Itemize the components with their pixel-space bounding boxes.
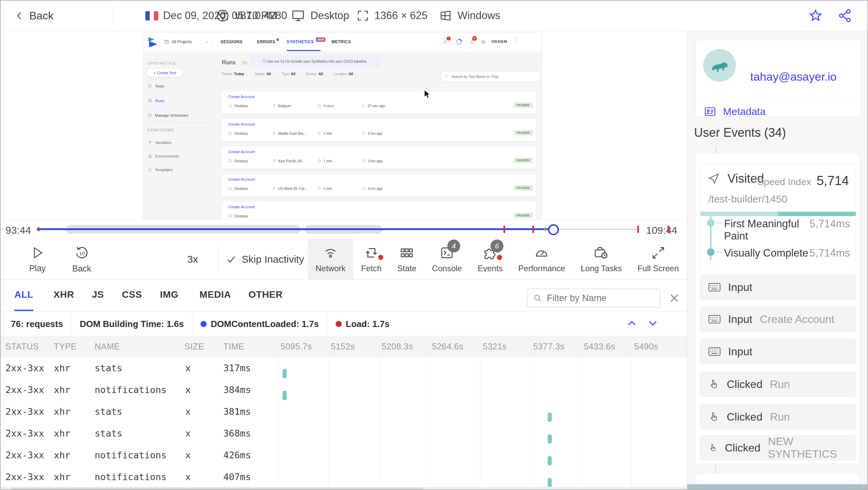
event-marker[interactable]: [668, 226, 669, 233]
table-row[interactable]: 2xx-3xxxhr statsx 368ms: [1, 422, 687, 444]
net-tab-img[interactable]: IMG: [160, 279, 178, 311]
back-10-button[interactable]: 10 Back: [61, 239, 102, 279]
sidebar-divider: [146, 122, 213, 122]
dom-content-loaded: DOMContentLoaded: 1.7s: [211, 319, 319, 329]
table-row[interactable]: 2xx-3xxxhr notificationsx 384ms: [1, 379, 687, 401]
time-col: 5321s: [483, 342, 507, 352]
tool-events[interactable]: 6 Events: [470, 239, 510, 279]
monitor-icon: [228, 104, 232, 108]
net-tab-css[interactable]: CSS: [122, 279, 142, 311]
visited-event-card[interactable]: Visited Speed Index 5,714 /test-builder/…: [700, 164, 856, 270]
table-row[interactable]: 2xx-3xxxhr statsx 317ms: [1, 357, 687, 379]
tool-performance[interactable]: Performance: [511, 239, 573, 279]
favorite-button[interactable]: [808, 1, 823, 31]
share-button[interactable]: [837, 1, 853, 31]
play-button[interactable]: Play: [17, 239, 58, 279]
horizontal-scrollbar[interactable]: [1, 487, 687, 490]
event-marker[interactable]: [637, 226, 639, 233]
app-logo: [147, 36, 159, 48]
tool-network[interactable]: Network: [308, 239, 353, 279]
load-dot: [336, 321, 342, 327]
table-row[interactable]: 2xx-3xxxhr notificationsx 407ms: [1, 466, 687, 487]
request-timing-mark: [283, 391, 287, 400]
user-card: tahay@asayer.io Metadata: [695, 40, 861, 117]
tool-full-screen[interactable]: Full Screen: [630, 239, 687, 279]
scrollbar-thumb[interactable]: [11, 488, 423, 490]
screen-size-icon: [356, 9, 370, 22]
sidebar-item-environments: Environments: [148, 154, 179, 158]
time-col: 5152s: [331, 342, 355, 352]
jump-down-button[interactable]: [646, 316, 660, 330]
status-badge: PASSED: [514, 185, 533, 191]
net-tab-other[interactable]: OTHER: [248, 279, 283, 311]
run-card: Create Account Desktop PASSED: [222, 202, 536, 219]
environments-icon: [148, 154, 152, 158]
time-col: 5095.7s: [280, 342, 312, 352]
visited-path: /test-builder/1450: [708, 193, 787, 205]
network-icon: [323, 245, 338, 261]
session-replay-app: Back Dec 09, 2020, 05:10 PM v87.0.4280 D…: [0, 0, 868, 490]
timeline-scrubber[interactable]: [548, 224, 559, 235]
event-card-click[interactable]: Clicked Run: [700, 372, 856, 397]
table-row[interactable]: 2xx-3xxxhr statsx 381ms: [1, 401, 687, 422]
table-row[interactable]: 2xx-3xxxhr notificationsx 426ms: [1, 444, 687, 466]
sidebar-item-runs: Runs: [148, 98, 164, 103]
back-button[interactable]: Back: [14, 1, 53, 31]
project-selector: All Projects: [172, 39, 192, 44]
visited-navigation-icon: [708, 173, 720, 185]
console-count-badge: 4: [447, 240, 460, 252]
run-card: Create Account Desktop Middle East (Ba..…: [222, 119, 536, 141]
events-count-badge: 6: [491, 240, 503, 252]
clock-icon: [361, 104, 366, 108]
event-card-input[interactable]: Input: [700, 339, 856, 364]
full-screen-icon: [650, 245, 666, 261]
timeline-progress: [38, 228, 553, 230]
metric-visually-complete: Visually Complete5,714ms: [724, 247, 850, 259]
sidebar-divider: [687, 145, 868, 145]
status-badge: PASSED: [514, 158, 533, 163]
time-col: 5490s: [634, 342, 658, 352]
tool-console[interactable]: 4 Console: [424, 239, 470, 279]
request-timing-mark: [548, 412, 552, 422]
event-card-input[interactable]: Input Create Account: [700, 307, 856, 332]
user-email[interactable]: tahay@asayer.io: [750, 70, 837, 83]
timeline-total-time: 109:44: [646, 225, 677, 236]
net-tab-media[interactable]: MEDIA: [199, 279, 231, 311]
filter-by-name-field[interactable]: [527, 289, 660, 308]
tool-long-tasks[interactable]: Long Tasks: [573, 239, 630, 279]
close-panel-button[interactable]: [669, 292, 680, 304]
announcements-icon: 1: [443, 39, 449, 45]
col-size: SIZE: [184, 342, 204, 352]
header-divider: [113, 5, 113, 26]
net-tab-all[interactable]: ALL: [14, 279, 33, 311]
run-card: Create Account Desktop Belgium 4 secs 27…: [222, 92, 536, 114]
net-tab-xhr[interactable]: XHR: [53, 279, 74, 311]
speed-toggle[interactable]: 3x: [187, 239, 198, 279]
event-marker[interactable]: [503, 226, 505, 233]
metadata-button[interactable]: Metadata: [703, 106, 766, 117]
event-card-click[interactable]: Clicked NEW SYNTHETICS: [700, 435, 856, 460]
filter-period: PeriodToday ⌄: [222, 72, 248, 76]
timeline-track[interactable]: [38, 220, 637, 239]
skip-inactivity-toggle[interactable]: Skip Inactivity: [226, 239, 304, 279]
filter-by-name-input[interactable]: [546, 293, 654, 304]
event-marker[interactable]: [532, 226, 534, 233]
event-card-click[interactable]: Clicked Run: [700, 404, 856, 429]
tool-state[interactable]: State: [389, 239, 424, 279]
runs-title: Runs: [222, 59, 236, 66]
session-header: Back Dec 09, 2020, 05:10 PM v87.0.4280 D…: [1, 1, 867, 31]
france-flag-icon: [145, 11, 158, 20]
time-col: 5433.6s: [584, 342, 615, 352]
tool-fetch[interactable]: Fetch: [353, 239, 389, 279]
network-table-header: STATUS TYPE NAME SIZE TIME 5095.7s 5152s…: [1, 336, 687, 357]
click-hand-icon: [708, 378, 719, 390]
event-card-input[interactable]: Input: [700, 275, 856, 300]
chevron-down-icon: ⌄: [206, 39, 208, 43]
notifications-bell-icon: 33: [469, 39, 475, 45]
share-icon: [837, 8, 853, 23]
net-tab-js[interactable]: JS: [92, 279, 104, 311]
network-table-body: 2xx-3xxxhr statsx 317ms 2xx-3xxxhr notif…: [1, 357, 687, 487]
synthetics-section-label: SYNTHETICS: [148, 62, 176, 65]
os-name: Windows: [457, 10, 500, 22]
jump-up-button[interactable]: [625, 316, 639, 330]
